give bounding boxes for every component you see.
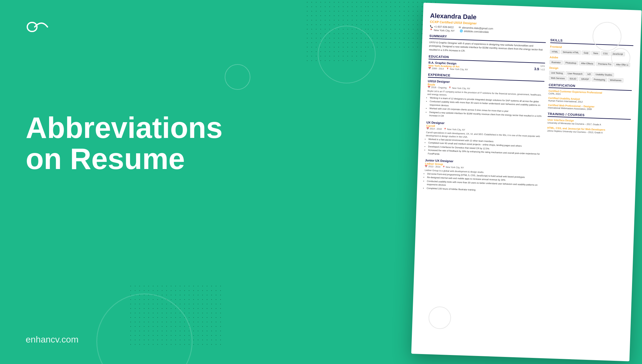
training-2: HTML, CSS, and Javascript for Web Develo… [547,126,630,135]
resume-phone: 📞 +1-837-639-8422 [430,25,454,29]
job-1-bullets: Working in a team of 12 designers to pro… [427,96,544,122]
skill-prototyping: Prototyping [592,77,607,82]
job-2-bullets: Worked in a fast-paced environment with … [425,138,542,159]
job-1: UX/UI Designer Boyle 📅 2018 - Ongoing 📍 … [427,79,544,122]
skill-web-services: Web Services [549,76,567,80]
design-tags: Unit Testing User Research IxD Usability… [549,71,632,83]
resume-location: 📍 New York City, NY [429,29,455,32]
edu-years: 📅 2008 - 2014 [428,67,444,70]
skill-usability-studies: Usability Studies [594,72,614,77]
skill-user-research: User Research [566,71,585,76]
skill-sass: Sass [591,51,600,55]
education-info: B.A. Graphic Design New York Academy of … [428,61,468,71]
main-title: Abbreviations on Resume [26,112,222,174]
cert-3: Certified Web Professional – Designer In… [548,104,631,112]
location-icon-edu: 📍 [446,68,449,70]
skill-wireframes: Wireframes [608,78,623,83]
resume-deco-circle-3 [428,306,451,329]
skill-grasp: GRASP [579,77,591,81]
gpa-value: 3.9 / 4.0 [534,67,545,71]
skill-css: CSS [601,51,610,56]
resume-left-column: SUMMARY UX/UI & Graphic Designer with 8 … [424,34,546,197]
job-3: Junior UX Designer Ledner Group 📅 2013 -… [424,158,542,194]
skill-illustrator: Illustrator [550,60,563,64]
title-line2: on Resume [26,143,222,174]
edu-location: 📍 New York City, NY [446,68,468,71]
skill-ixd: IxD [586,72,593,76]
resume-portfolio: 🌐 dribbble.com/alexdale [460,30,489,33]
resume-body: SUMMARY UX/UI & Graphic Designer with 8 … [424,34,634,200]
skill-solid: SOLID [568,76,578,81]
circle-decoration-small [225,64,250,90]
skill-photoshop: Photoshop [563,61,578,65]
circle-decoration-medium [318,26,376,83]
job-3-bullets: Did some front-end programming (HTML 5, … [424,172,541,194]
skill-gulp: Gulp [582,51,590,55]
summary-text: UX/UI & Graphic Designer with 8 years of… [429,40,546,55]
cert-2: Certified Usability Analyst Human Factor… [548,97,632,105]
education-row: B.A. Graphic Design New York Academy of … [428,61,545,74]
portfolio-icon: 🌐 [460,30,463,32]
cert-1: Certified Customer Experience Profession… [548,89,632,97]
email-icon: ✉ [459,26,461,29]
website-url: enhancv.com [26,334,78,345]
resume-card: Alexandra Dale CCXP Certified UX/UI Desi… [411,3,642,361]
skill-html: HTML [550,49,560,54]
location-icon: 📍 [429,29,433,31]
skill-semantic-html: Semantic HTML [561,50,581,55]
skill-premiere-pro: Premiere Pro [596,62,613,66]
calendar-icon: 📅 [428,67,431,69]
job-2: UX Designer Carroll 📅 2014 - 2018 📍 New … [425,121,543,159]
training-1: User Interface Design University of Minn… [547,118,631,127]
logo [26,19,51,37]
phone-icon: 📞 [430,25,433,28]
title-line1: Abbreviations [26,112,222,143]
skill-after-effects-1: After Effects [579,61,595,66]
gpa-box: GPA 3.9 / 4.0 [534,64,545,71]
skill-unit-testing: Unit Testing [549,71,565,75]
